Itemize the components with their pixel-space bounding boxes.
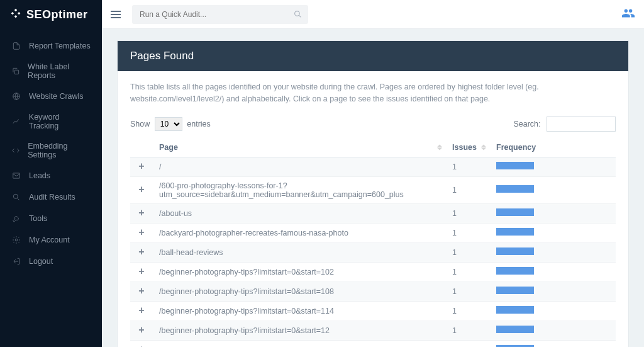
cell-page: /backyard-photographer-recreates-famous-… (153, 223, 446, 242)
sidebar-nav: Report TemplatesWhite Label ReportsWebsi… (0, 29, 102, 272)
entries-select[interactable]: 10 (155, 117, 182, 131)
cell-issues: 1 (446, 223, 490, 242)
cell-page: /beginner-photography-tips?limitstart=0&… (153, 262, 446, 282)
cell-page: /ball-head-reviews (153, 242, 446, 262)
expand-icon[interactable]: + (136, 185, 147, 195)
sidebar-item-leads[interactable]: Leads (0, 165, 102, 186)
cell-page: /beginner-photography-tips?limitstart=0&… (153, 301, 446, 321)
sidebar-item-white-label-reports[interactable]: White Label Reports (0, 57, 102, 86)
table-row[interactable]: +/600-pro-photography-lessons-for-1?utm_… (130, 176, 616, 203)
search-icon[interactable] (294, 10, 302, 20)
panel-title: Pages Found (118, 41, 628, 71)
cell-issues: 1 (446, 340, 490, 347)
frequency-bar (496, 228, 534, 236)
table-row[interactable]: +/beginner-photography-tips?limitstart=0… (130, 321, 616, 340)
cell-frequency (490, 242, 616, 262)
table-row[interactable]: +/beginner-photography-tips?limitstart=0… (130, 340, 616, 347)
line-icon (11, 117, 21, 127)
table-row[interactable]: +/backyard-photographer-recreates-famous… (130, 223, 616, 242)
users-icon[interactable] (621, 13, 635, 22)
sidebar-item-embedding-settings[interactable]: Embedding Settings (0, 136, 102, 165)
frequency-bar (496, 306, 534, 314)
gear-icon (11, 235, 21, 245)
content-area: Pages Found This table lists all the pag… (102, 29, 644, 347)
table-search-input[interactable] (547, 117, 616, 132)
svg-point-3 (13, 194, 18, 198)
cell-frequency (490, 282, 616, 301)
sidebar-item-my-account[interactable]: My Account (0, 229, 102, 251)
table-row[interactable]: +/beginner-photography-tips?limitstart=0… (130, 282, 616, 301)
file-icon (11, 41, 21, 51)
expand-icon[interactable]: + (136, 228, 147, 238)
table-search: Search: (513, 117, 616, 132)
expand-icon[interactable]: + (136, 287, 147, 297)
cell-page: /beginner-photography-tips?limitstart=0&… (153, 282, 446, 301)
frequency-bar (496, 287, 534, 294)
table-row[interactable]: +/ball-head-reviews1 (130, 242, 616, 262)
frequency-bar (496, 267, 534, 275)
cell-frequency (490, 203, 616, 223)
pages-table: Page Issues Frequency +/1+/600-pro-photo… (130, 138, 616, 348)
cell-page: / (153, 157, 446, 176)
code-icon (11, 145, 20, 156)
sidebar-item-website-crawls[interactable]: Website Crawls (0, 86, 102, 107)
col-frequency[interactable]: Frequency (490, 138, 616, 157)
svg-rect-2 (13, 173, 20, 178)
logo-icon (9, 8, 23, 21)
cell-page: /beginner-photography-tips?limitstart=0&… (153, 321, 446, 340)
svg-line-4 (17, 198, 19, 200)
sidebar-item-keyword-tracking[interactable]: Keyword Tracking (0, 107, 102, 136)
cell-issues: 1 (446, 321, 490, 340)
menu-toggle-icon[interactable] (111, 9, 121, 20)
svg-point-5 (15, 239, 18, 241)
col-page[interactable]: Page (153, 138, 446, 157)
frequency-bar (496, 208, 534, 216)
expand-icon[interactable]: + (136, 162, 147, 172)
copy-icon (11, 66, 20, 76)
cell-frequency (490, 321, 616, 340)
expand-icon[interactable]: + (136, 208, 147, 219)
col-expand (130, 138, 153, 157)
frequency-bar (496, 326, 534, 333)
svg-rect-0 (14, 70, 18, 74)
quick-audit-search (132, 5, 308, 24)
quick-audit-input[interactable] (132, 5, 308, 24)
expand-icon[interactable]: + (136, 247, 147, 258)
table-row[interactable]: +/about-us1 (130, 203, 616, 223)
expand-icon[interactable]: + (136, 345, 147, 348)
expand-icon[interactable]: + (136, 306, 147, 316)
svg-point-6 (295, 11, 300, 16)
sidebar: SEOptimer Report TemplatesWhite Label Re… (0, 0, 102, 347)
expand-icon[interactable]: + (136, 326, 147, 336)
entries-selector: Show 10 entries (130, 117, 211, 131)
brand-logo[interactable]: SEOptimer (0, 0, 102, 29)
table-row[interactable]: +/beginner-photography-tips?limitstart=0… (130, 262, 616, 282)
cell-frequency (490, 340, 616, 347)
mail-icon (11, 171, 21, 181)
globe-icon (11, 91, 21, 101)
topbar (102, 0, 644, 29)
table-row[interactable]: +/1 (130, 157, 616, 176)
cell-issues: 1 (446, 203, 490, 223)
cell-issues: 1 (446, 157, 490, 176)
svg-line-7 (299, 15, 301, 17)
sidebar-item-audit-results[interactable]: Audit Results (0, 186, 102, 208)
sidebar-item-report-templates[interactable]: Report Templates (0, 35, 102, 57)
col-issues[interactable]: Issues (446, 138, 490, 157)
frequency-bar (496, 247, 534, 255)
sidebar-item-tools[interactable]: Tools (0, 208, 102, 229)
cell-frequency (490, 157, 616, 176)
cell-issues: 1 (446, 282, 490, 301)
panel-description: This table lists all the pages identifie… (130, 81, 616, 105)
wrench-icon (11, 213, 21, 224)
expand-icon[interactable]: + (136, 267, 147, 277)
sidebar-item-logout[interactable]: Logout (0, 251, 102, 272)
cell-issues: 1 (446, 242, 490, 262)
cell-issues: 1 (446, 176, 490, 203)
cell-frequency (490, 223, 616, 242)
cell-frequency (490, 301, 616, 321)
table-row[interactable]: +/beginner-photography-tips?limitstart=0… (130, 301, 616, 321)
pages-found-panel: Pages Found This table lists all the pag… (117, 40, 629, 347)
cell-issues: 1 (446, 301, 490, 321)
logout-icon (11, 256, 21, 266)
